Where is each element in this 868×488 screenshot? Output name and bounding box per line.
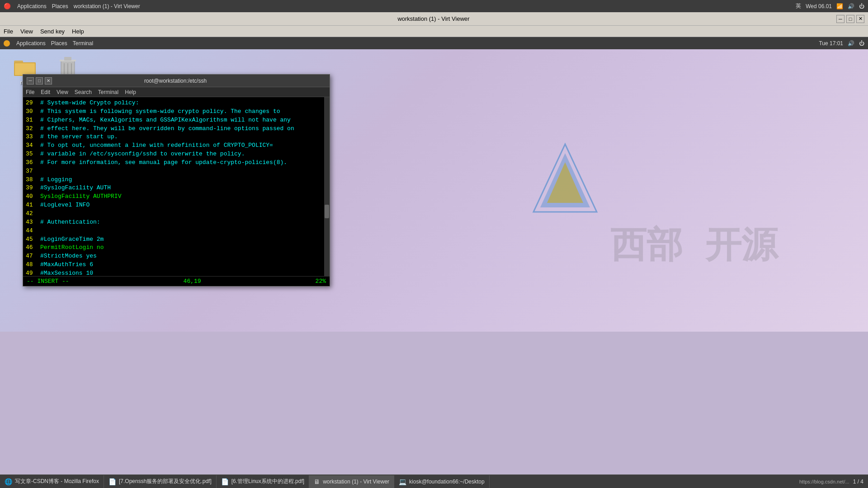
- virt-window-title: workstation (1) - Virt Viewer: [31, 15, 836, 22]
- terminal-titlebar: ─ □ ✕ root@workstation:/etc/ssh: [23, 75, 330, 87]
- svg-rect-6: [64, 57, 71, 61]
- taskbar-item-virtviewer[interactable]: 🖥 workstation (1) - Virt Viewer: [309, 475, 394, 488]
- taskbar-item-virtviewer-label: workstation (1) - Virt Viewer: [323, 479, 389, 485]
- terminal-menubar: File Edit View Search Terminal Help: [23, 87, 330, 97]
- inner-places-menu[interactable]: Places: [51, 40, 67, 47]
- outer-window-title-menubar: workstation (1) - Virt Viewer: [74, 3, 140, 9]
- inner-topbar: Applications Places Terminal Tue 17:01 🔊…: [0, 37, 868, 49]
- taskbar-item-terminal-label: kiosk@foundation66:~/Desktop: [409, 479, 485, 485]
- inner-volume-icon: 🔊: [848, 40, 854, 47]
- taskbar: 🌐 写文章-CSDN博客 - Mozilla Firefox 📄 [7.Open…: [0, 474, 868, 488]
- terminal-scrollbar[interactable]: [324, 97, 330, 276]
- terminal-line-45: 45#LoginGraceTime 2m: [26, 235, 327, 244]
- terminal-content-area[interactable]: 29# System-wide Crypto policy: 30# This …: [23, 97, 330, 276]
- taskbar-item-pdf1[interactable]: 📄 [7.Openssh服务的部署及安全优化.pdf]: [104, 475, 217, 488]
- virt-titlebar: workstation (1) - Virt Viewer ─ □ ✕: [0, 12, 868, 26]
- outer-power-icon: ⏻: [859, 3, 864, 9]
- taskbar-right: https://blog.csdn.net/... 1 / 4: [799, 479, 868, 485]
- outer-system-bar: 🔴 Applications Places workstation (1) - …: [0, 0, 868, 12]
- virt-menu-sendkey[interactable]: Send key: [40, 28, 65, 35]
- terminal-percent: 22%: [316, 278, 326, 285]
- outer-app-icon: 🔴: [4, 3, 11, 9]
- terminal-line-36: 36# For more information, see manual pag…: [26, 159, 327, 167]
- taskbar-item-pdf2[interactable]: 📄 [6.管理Linux系统中的进程.pdf]: [217, 475, 309, 488]
- terminal-mode: -- INSERT --: [27, 278, 69, 285]
- terminal-line-42: 42: [26, 210, 327, 218]
- taskbar-item-firefox-label: 写文章-CSDN博客 - Mozilla Firefox: [15, 478, 99, 485]
- terminal-line-33: 33# the server start up.: [26, 133, 327, 141]
- terminal-menu-terminal[interactable]: Terminal: [98, 89, 118, 95]
- taskbar-item-terminal[interactable]: 💻 kiosk@foundation66:~/Desktop: [394, 475, 490, 488]
- terminal-statusbar: -- INSERT -- 46,19 22%: [23, 276, 330, 286]
- outer-applications-menu[interactable]: Applications: [17, 3, 47, 9]
- terminal-maximize-btn[interactable]: □: [36, 77, 43, 84]
- terminal-line-31: 31# Ciphers, MACs, KexAlgoritms and GSSA…: [26, 116, 327, 125]
- svg-rect-3: [15, 63, 35, 75]
- virt-menubar: File View Send key Help: [0, 26, 868, 37]
- watermark-xibu: 西部: [610, 221, 683, 270]
- terminal-line-47: 47#StrictModes yes: [26, 252, 327, 261]
- terminal-line-48: 48#MaxAuthTries 6: [26, 261, 327, 269]
- virt-menu-file[interactable]: File: [4, 28, 13, 35]
- terminal-title: root@workstation:/etc/ssh: [52, 78, 299, 84]
- virtviewer-icon: 🖥: [314, 478, 320, 485]
- terminal-icon: 💻: [399, 478, 406, 485]
- terminal-scrollbar-thumb[interactable]: [325, 205, 329, 218]
- outer-lang-indicator: 英: [796, 2, 801, 10]
- taskbar-url: https://blog.csdn.net/...: [799, 479, 849, 484]
- outer-topbar-right: 英 Wed 06.01 📶 🔊 ⏻: [796, 2, 864, 10]
- taskbar-item-pdf1-label: [7.Openssh服务的部署及安全优化.pdf]: [119, 478, 212, 485]
- terminal-minimize-btn[interactable]: ─: [27, 77, 34, 84]
- terminal-line-37: 37: [26, 167, 327, 176]
- terminal-position: 46,19: [184, 278, 201, 285]
- firefox-icon: 🌐: [5, 478, 12, 485]
- outer-topbar-left: 🔴 Applications Places workstation (1) - …: [4, 3, 140, 9]
- terminal-line-44: 44: [26, 227, 327, 235]
- outer-datetime: Wed 06.01: [806, 3, 832, 9]
- virt-menu-view[interactable]: View: [20, 28, 33, 35]
- inner-app-icon: [4, 40, 10, 47]
- watermark-kaiyuan: 开源: [705, 221, 778, 270]
- terminal-content: 29# System-wide Crypto policy: 30# This …: [23, 97, 330, 276]
- terminal-menu-file[interactable]: File: [26, 89, 34, 95]
- outer-places-menu[interactable]: Places: [52, 3, 68, 9]
- terminal-window-controls[interactable]: ─ □ ✕: [27, 77, 52, 84]
- inner-time: Tue 17:01: [819, 40, 843, 47]
- inner-applications-menu[interactable]: Applications: [16, 40, 46, 47]
- pdf1-icon: 📄: [108, 478, 116, 485]
- inner-topbar-right: Tue 17:01 🔊 ⏻: [819, 40, 864, 47]
- inner-topbar-left: Applications Places Terminal: [4, 40, 93, 47]
- virt-minimize-button[interactable]: ─: [836, 15, 844, 23]
- terminal-line-38: 38# Logging: [26, 176, 327, 184]
- terminal-line-34: 34# To opt out, uncomment a line with re…: [26, 141, 327, 150]
- terminal-line-40: 40SyslogFacility AUTHPRIV: [26, 192, 327, 201]
- inner-terminal-menu[interactable]: Terminal: [73, 40, 93, 47]
- terminal-line-43: 43# Authentication:: [26, 218, 327, 227]
- terminal-line-30: 30# This system is following system-wide…: [26, 108, 327, 116]
- terminal-menu-search[interactable]: Search: [75, 89, 92, 95]
- terminal-line-32: 32# effect here. They will be overridden…: [26, 125, 327, 133]
- virt-close-button[interactable]: ✕: [856, 15, 864, 23]
- terminal-line-46: 46PermitRootLogin no: [26, 244, 327, 252]
- taskbar-item-firefox[interactable]: 🌐 写文章-CSDN博客 - Mozilla Firefox: [0, 475, 104, 488]
- outer-volume-icon: 🔊: [848, 3, 854, 9]
- terminal-line-49: 49#MaxSessions 10: [26, 269, 327, 276]
- virt-maximize-button[interactable]: □: [846, 15, 854, 23]
- desktop: root Trash 开源 西部 ─ □ ✕: [0, 49, 868, 332]
- terminal-line-29: 29# System-wide Crypto policy:: [26, 99, 327, 108]
- terminal-line-41: 41#LogLevel INFO: [26, 201, 327, 210]
- outer-signal-icon: 📶: [836, 3, 843, 9]
- terminal-menu-view[interactable]: View: [57, 89, 68, 95]
- taskbar-page-count: 1 / 4: [853, 479, 863, 485]
- virt-window-controls[interactable]: ─ □ ✕: [836, 15, 864, 23]
- pdf2-icon: 📄: [221, 478, 229, 485]
- terminal-line-35: 35# variable in /etc/sysconfig/sshd to o…: [26, 150, 327, 159]
- terminal-window: ─ □ ✕ root@workstation:/etc/ssh File Edi…: [23, 74, 330, 286]
- terminal-menu-edit[interactable]: Edit: [41, 89, 50, 95]
- inner-power-icon: ⏻: [859, 40, 864, 47]
- taskbar-item-pdf2-label: [6.管理Linux系统中的进程.pdf]: [231, 478, 304, 485]
- terminal-menu-help[interactable]: Help: [125, 89, 136, 95]
- terminal-close-btn[interactable]: ✕: [45, 77, 52, 84]
- virt-menu-help[interactable]: Help: [72, 28, 84, 35]
- terminal-line-39: 39#SyslogFacility AUTH: [26, 184, 327, 192]
